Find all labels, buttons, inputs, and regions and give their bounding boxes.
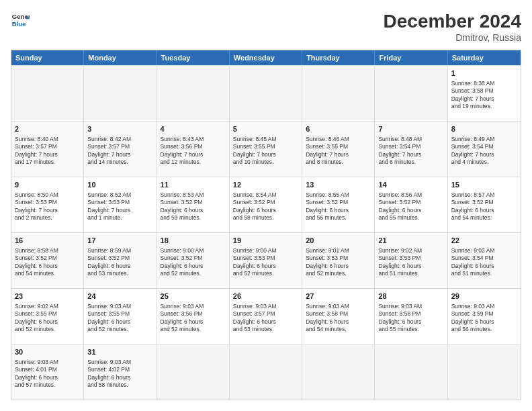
logo: General Blue [11, 11, 30, 30]
daylight-value: and 53 minutes. [233, 326, 273, 332]
sunrise: Sunrise: 9:01 AM [306, 247, 349, 254]
daylight-value: and 57 minutes. [15, 381, 55, 388]
daylight-label: Daylight: 6 hours [15, 374, 58, 381]
header-wednesday: Wednesday [230, 50, 302, 65]
sunrise: Sunrise: 8:48 AM [378, 136, 422, 142]
day-number: 15 [451, 180, 517, 190]
daylight-value: and 17 minutes. [15, 158, 55, 165]
sunset: Sunset: 3:53 PM [87, 199, 130, 205]
day-number: 18 [161, 236, 226, 246]
sunrise: Sunrise: 9:03 AM [378, 303, 422, 310]
daylight-label: Daylight: 6 hours [306, 263, 349, 269]
table-row: 24Sunrise: 9:03 AMSunset: 3:55 PMDayligh… [84, 289, 157, 344]
day-number: 31 [87, 347, 152, 357]
week-row-6: 30Sunrise: 9:03 AMSunset: 4:01 PMDayligh… [11, 344, 521, 400]
daylight-value: and 52 minutes. [161, 270, 201, 277]
daylight-value: and 58 minutes. [233, 214, 273, 221]
sunrise: Sunrise: 8:53 AM [161, 191, 204, 198]
daylight-label: Daylight: 7 hours [87, 207, 130, 214]
day-number: 9 [15, 180, 80, 190]
sunrise: Sunrise: 9:03 AM [87, 359, 131, 365]
day-number: 24 [87, 291, 152, 302]
day-number: 8 [451, 124, 517, 134]
daylight-value: and 53 minutes. [87, 270, 128, 277]
table-row [157, 345, 230, 400]
table-row: 7Sunrise: 8:48 AMSunset: 3:54 PMDaylight… [375, 122, 447, 177]
table-row [84, 66, 157, 121]
table-row [230, 345, 302, 400]
day-number: 7 [378, 124, 443, 134]
daylight-label: Daylight: 6 hours [161, 263, 204, 269]
table-row: 6Sunrise: 8:46 AMSunset: 3:55 PMDaylight… [302, 122, 375, 177]
daylight-value: and 10 minutes. [233, 158, 273, 165]
sunset: Sunset: 3:56 PM [161, 143, 203, 150]
sunrise: Sunrise: 9:02 AM [451, 247, 495, 254]
daylight-label: Daylight: 6 hours [15, 263, 58, 269]
sunset: Sunset: 3:59 PM [451, 310, 494, 317]
sunset: Sunset: 3:53 PM [233, 255, 275, 261]
sunset: Sunset: 3:55 PM [306, 143, 348, 150]
header-sunday: Sunday [11, 50, 84, 65]
table-row: 16Sunrise: 8:58 AMSunset: 3:52 PMDayligh… [11, 233, 84, 288]
daylight-value: and 14 minutes. [87, 158, 128, 165]
daylight-label: Daylight: 7 hours [15, 151, 58, 158]
sunrise: Sunrise: 8:45 AM [233, 136, 277, 142]
table-row: 14Sunrise: 8:56 AMSunset: 3:52 PMDayligh… [375, 177, 447, 232]
daylight-label: Daylight: 6 hours [306, 207, 349, 214]
sunset: Sunset: 3:54 PM [451, 255, 494, 261]
day-number: 25 [161, 291, 226, 302]
daylight-value: and 54 minutes. [15, 270, 55, 277]
daylight-label: Daylight: 6 hours [87, 318, 130, 325]
sunset: Sunset: 3:52 PM [378, 199, 420, 205]
week-row-1: 1Sunrise: 8:38 AMSunset: 3:58 PMDaylight… [11, 65, 521, 121]
day-number: 11 [161, 180, 226, 190]
header: General Blue December 2024 Dmitrov, Russ… [11, 11, 521, 43]
daylight-value: and 54 minutes. [451, 214, 492, 221]
daylight-value: and 4 minutes. [451, 158, 489, 165]
sunrise: Sunrise: 8:46 AM [306, 136, 349, 142]
daylight-label: Daylight: 6 hours [233, 207, 276, 214]
sunset: Sunset: 4:01 PM [15, 366, 57, 373]
logo-icon: General Blue [11, 11, 30, 30]
header-monday: Monday [84, 50, 157, 65]
sunset: Sunset: 3:55 PM [87, 310, 130, 317]
sunset: Sunset: 3:52 PM [233, 199, 275, 205]
daylight-value: and 52 minutes. [233, 270, 273, 277]
day-number: 20 [306, 236, 371, 246]
sunset: Sunset: 3:58 PM [451, 87, 494, 94]
daylight-label: Daylight: 6 hours [233, 263, 276, 269]
daylight-label: Daylight: 6 hours [233, 318, 276, 325]
table-row: 19Sunrise: 9:00 AMSunset: 3:53 PMDayligh… [230, 233, 302, 288]
daylight-label: Daylight: 7 hours [87, 151, 130, 158]
sunrise: Sunrise: 9:00 AM [161, 247, 204, 254]
sunrise: Sunrise: 9:03 AM [161, 303, 204, 310]
sunset: Sunset: 3:52 PM [306, 199, 348, 205]
sunrise: Sunrise: 8:50 AM [15, 191, 58, 198]
sunset: Sunset: 3:54 PM [378, 143, 420, 150]
daylight-label: Daylight: 6 hours [378, 263, 421, 269]
table-row [230, 66, 302, 121]
daylight-label: Daylight: 7 hours [378, 151, 421, 158]
daylight-value: and 52 minutes. [15, 326, 55, 332]
daylight-label: Daylight: 6 hours [161, 207, 204, 214]
table-row: 5Sunrise: 8:45 AMSunset: 3:55 PMDaylight… [230, 122, 302, 177]
daylight-label: Daylight: 7 hours [451, 95, 494, 102]
table-row: 23Sunrise: 9:02 AMSunset: 3:55 PMDayligh… [11, 289, 84, 344]
sunset: Sunset: 3:57 PM [15, 143, 57, 150]
sunrise: Sunrise: 9:03 AM [451, 303, 495, 310]
sunset: Sunset: 3:52 PM [161, 199, 203, 205]
sunrise: Sunrise: 8:55 AM [306, 191, 349, 198]
table-row: 11Sunrise: 8:53 AMSunset: 3:52 PMDayligh… [157, 177, 230, 232]
table-row: 27Sunrise: 9:03 AMSunset: 3:58 PMDayligh… [302, 289, 375, 344]
daylight-value: and 56 minutes. [451, 326, 492, 332]
sunrise: Sunrise: 9:02 AM [15, 303, 58, 310]
daylight-label: Daylight: 6 hours [451, 207, 494, 214]
daylight-label: Daylight: 7 hours [233, 151, 276, 158]
main-title: December 2024 [384, 11, 521, 32]
sunrise: Sunrise: 9:03 AM [306, 303, 349, 310]
daylight-value: and 52 minutes. [161, 326, 201, 332]
daylight-label: Daylight: 6 hours [378, 318, 421, 325]
daylight-label: Daylight: 7 hours [451, 151, 494, 158]
table-row: 30Sunrise: 9:03 AMSunset: 4:01 PMDayligh… [11, 345, 84, 400]
day-number: 26 [233, 291, 298, 302]
